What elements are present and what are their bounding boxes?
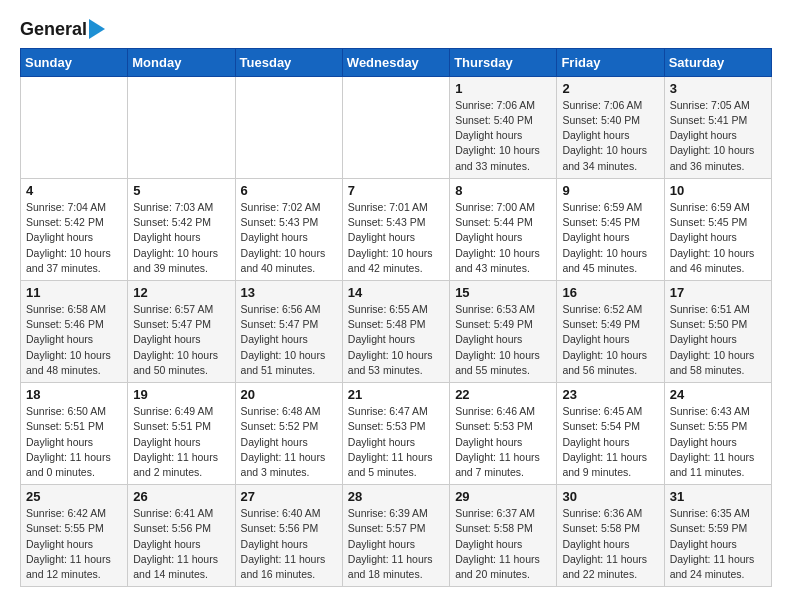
day-info: Sunrise: 7:02 AMSunset: 5:43 PMDaylight … [241,200,337,276]
day-info: Sunrise: 6:47 AMSunset: 5:53 PMDaylight … [348,404,444,480]
calendar-cell: 12Sunrise: 6:57 AMSunset: 5:47 PMDayligh… [128,280,235,382]
day-info: Sunrise: 7:00 AMSunset: 5:44 PMDaylight … [455,200,551,276]
calendar-cell [128,76,235,178]
day-info: Sunrise: 7:05 AMSunset: 5:41 PMDaylight … [670,98,766,174]
day-number: 4 [26,183,122,198]
calendar-cell: 25Sunrise: 6:42 AMSunset: 5:55 PMDayligh… [21,485,128,587]
calendar-cell: 22Sunrise: 6:46 AMSunset: 5:53 PMDayligh… [450,383,557,485]
day-info: Sunrise: 7:01 AMSunset: 5:43 PMDaylight … [348,200,444,276]
calendar-cell: 18Sunrise: 6:50 AMSunset: 5:51 PMDayligh… [21,383,128,485]
calendar-cell [21,76,128,178]
calendar-header: SundayMondayTuesdayWednesdayThursdayFrid… [21,48,772,76]
day-info: Sunrise: 6:56 AMSunset: 5:47 PMDaylight … [241,302,337,378]
calendar-cell: 10Sunrise: 6:59 AMSunset: 5:45 PMDayligh… [664,178,771,280]
day-number: 7 [348,183,444,198]
day-number: 31 [670,489,766,504]
day-number: 9 [562,183,658,198]
day-info: Sunrise: 6:59 AMSunset: 5:45 PMDaylight … [670,200,766,276]
day-info: Sunrise: 6:48 AMSunset: 5:52 PMDaylight … [241,404,337,480]
day-info: Sunrise: 6:57 AMSunset: 5:47 PMDaylight … [133,302,229,378]
calendar-cell: 7Sunrise: 7:01 AMSunset: 5:43 PMDaylight… [342,178,449,280]
weekday-row: SundayMondayTuesdayWednesdayThursdayFrid… [21,48,772,76]
calendar-cell: 17Sunrise: 6:51 AMSunset: 5:50 PMDayligh… [664,280,771,382]
calendar-cell: 19Sunrise: 6:49 AMSunset: 5:51 PMDayligh… [128,383,235,485]
day-number: 22 [455,387,551,402]
day-number: 25 [26,489,122,504]
day-info: Sunrise: 6:53 AMSunset: 5:49 PMDaylight … [455,302,551,378]
weekday-header: Friday [557,48,664,76]
day-number: 16 [562,285,658,300]
day-info: Sunrise: 6:55 AMSunset: 5:48 PMDaylight … [348,302,444,378]
logo-text-line1: General [20,20,87,40]
day-info: Sunrise: 6:39 AMSunset: 5:57 PMDaylight … [348,506,444,582]
calendar-cell: 21Sunrise: 6:47 AMSunset: 5:53 PMDayligh… [342,383,449,485]
day-info: Sunrise: 7:03 AMSunset: 5:42 PMDaylight … [133,200,229,276]
day-info: Sunrise: 6:35 AMSunset: 5:59 PMDaylight … [670,506,766,582]
calendar-cell: 5Sunrise: 7:03 AMSunset: 5:42 PMDaylight… [128,178,235,280]
calendar-week-row: 18Sunrise: 6:50 AMSunset: 5:51 PMDayligh… [21,383,772,485]
day-info: Sunrise: 6:49 AMSunset: 5:51 PMDaylight … [133,404,229,480]
day-number: 13 [241,285,337,300]
day-info: Sunrise: 6:42 AMSunset: 5:55 PMDaylight … [26,506,122,582]
calendar-cell: 1Sunrise: 7:06 AMSunset: 5:40 PMDaylight… [450,76,557,178]
calendar-cell: 20Sunrise: 6:48 AMSunset: 5:52 PMDayligh… [235,383,342,485]
day-info: Sunrise: 6:43 AMSunset: 5:55 PMDaylight … [670,404,766,480]
day-number: 3 [670,81,766,96]
day-info: Sunrise: 7:06 AMSunset: 5:40 PMDaylight … [455,98,551,174]
calendar-cell: 14Sunrise: 6:55 AMSunset: 5:48 PMDayligh… [342,280,449,382]
weekday-header: Thursday [450,48,557,76]
day-number: 12 [133,285,229,300]
day-number: 15 [455,285,551,300]
calendar-cell: 29Sunrise: 6:37 AMSunset: 5:58 PMDayligh… [450,485,557,587]
calendar-cell [235,76,342,178]
day-number: 17 [670,285,766,300]
calendar-cell: 27Sunrise: 6:40 AMSunset: 5:56 PMDayligh… [235,485,342,587]
day-info: Sunrise: 6:50 AMSunset: 5:51 PMDaylight … [26,404,122,480]
calendar-cell: 16Sunrise: 6:52 AMSunset: 5:49 PMDayligh… [557,280,664,382]
day-info: Sunrise: 6:51 AMSunset: 5:50 PMDaylight … [670,302,766,378]
weekday-header: Monday [128,48,235,76]
day-number: 27 [241,489,337,504]
day-number: 21 [348,387,444,402]
calendar-cell: 3Sunrise: 7:05 AMSunset: 5:41 PMDaylight… [664,76,771,178]
calendar-week-row: 1Sunrise: 7:06 AMSunset: 5:40 PMDaylight… [21,76,772,178]
calendar-cell: 4Sunrise: 7:04 AMSunset: 5:42 PMDaylight… [21,178,128,280]
day-number: 18 [26,387,122,402]
calendar-cell: 9Sunrise: 6:59 AMSunset: 5:45 PMDaylight… [557,178,664,280]
calendar-week-row: 25Sunrise: 6:42 AMSunset: 5:55 PMDayligh… [21,485,772,587]
calendar-cell: 31Sunrise: 6:35 AMSunset: 5:59 PMDayligh… [664,485,771,587]
day-info: Sunrise: 6:36 AMSunset: 5:58 PMDaylight … [562,506,658,582]
day-number: 10 [670,183,766,198]
day-number: 30 [562,489,658,504]
logo: General [20,20,105,40]
day-number: 2 [562,81,658,96]
day-info: Sunrise: 6:58 AMSunset: 5:46 PMDaylight … [26,302,122,378]
day-number: 20 [241,387,337,402]
day-info: Sunrise: 6:45 AMSunset: 5:54 PMDaylight … [562,404,658,480]
weekday-header: Saturday [664,48,771,76]
day-info: Sunrise: 6:40 AMSunset: 5:56 PMDaylight … [241,506,337,582]
day-info: Sunrise: 7:06 AMSunset: 5:40 PMDaylight … [562,98,658,174]
calendar-week-row: 11Sunrise: 6:58 AMSunset: 5:46 PMDayligh… [21,280,772,382]
calendar-body: 1Sunrise: 7:06 AMSunset: 5:40 PMDaylight… [21,76,772,586]
calendar-table: SundayMondayTuesdayWednesdayThursdayFrid… [20,48,772,587]
day-info: Sunrise: 6:37 AMSunset: 5:58 PMDaylight … [455,506,551,582]
day-info: Sunrise: 6:52 AMSunset: 5:49 PMDaylight … [562,302,658,378]
day-info: Sunrise: 7:04 AMSunset: 5:42 PMDaylight … [26,200,122,276]
day-number: 29 [455,489,551,504]
day-number: 26 [133,489,229,504]
day-number: 28 [348,489,444,504]
day-number: 14 [348,285,444,300]
day-number: 5 [133,183,229,198]
calendar-cell: 13Sunrise: 6:56 AMSunset: 5:47 PMDayligh… [235,280,342,382]
weekday-header: Sunday [21,48,128,76]
day-number: 8 [455,183,551,198]
calendar-week-row: 4Sunrise: 7:04 AMSunset: 5:42 PMDaylight… [21,178,772,280]
calendar-cell: 6Sunrise: 7:02 AMSunset: 5:43 PMDaylight… [235,178,342,280]
calendar-cell: 2Sunrise: 7:06 AMSunset: 5:40 PMDaylight… [557,76,664,178]
day-number: 24 [670,387,766,402]
page-header: General [20,16,772,40]
weekday-header: Wednesday [342,48,449,76]
calendar-cell: 8Sunrise: 7:00 AMSunset: 5:44 PMDaylight… [450,178,557,280]
calendar-cell: 15Sunrise: 6:53 AMSunset: 5:49 PMDayligh… [450,280,557,382]
